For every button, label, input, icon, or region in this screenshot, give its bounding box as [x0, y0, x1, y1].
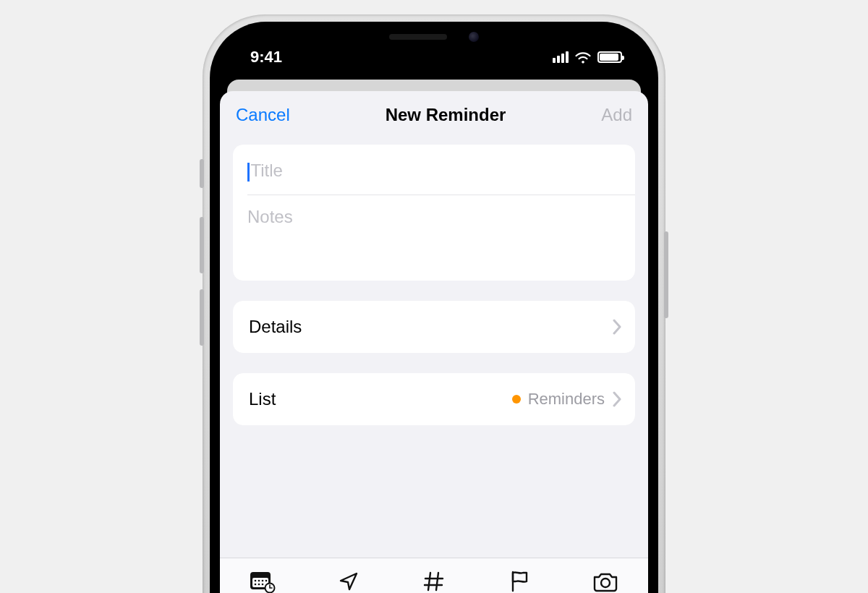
screen: 9:41 Cancel New Reminder Add — [220, 32, 648, 593]
text-cursor — [247, 163, 250, 182]
list-row[interactable]: List Reminders — [233, 373, 635, 425]
svg-point-3 — [258, 580, 260, 582]
svg-point-7 — [258, 584, 260, 586]
chevron-right-icon — [612, 391, 622, 407]
svg-point-6 — [255, 584, 257, 586]
side-button-power — [664, 231, 668, 318]
wifi-icon — [574, 51, 592, 64]
calendar-clock-icon[interactable] — [248, 568, 277, 593]
details-label: Details — [249, 317, 302, 337]
sheet-title: New Reminder — [386, 105, 506, 125]
list-value: Reminders — [528, 390, 605, 409]
add-button[interactable]: Add — [601, 105, 632, 125]
list-color-dot — [512, 395, 521, 404]
title-placeholder: Title — [251, 161, 283, 180]
notes-placeholder: Notes — [247, 207, 293, 226]
title-field[interactable]: Title — [233, 148, 635, 195]
svg-point-4 — [262, 580, 264, 582]
details-row[interactable]: Details — [233, 301, 635, 353]
status-time: 9:41 — [250, 48, 282, 67]
front-camera — [469, 32, 479, 42]
side-button-silent — [200, 159, 204, 188]
phone-bezel: 9:41 Cancel New Reminder Add — [210, 22, 658, 593]
speaker — [389, 34, 447, 40]
svg-point-8 — [262, 584, 264, 586]
camera-icon[interactable] — [591, 568, 620, 593]
chevron-right-icon — [612, 319, 622, 335]
notch — [340, 22, 528, 52]
svg-point-2 — [255, 580, 257, 582]
battery-icon — [597, 51, 622, 63]
quick-toolbar — [220, 558, 648, 593]
hashtag-icon[interactable] — [420, 568, 448, 593]
svg-point-11 — [601, 579, 610, 587]
cellular-signal-icon — [553, 51, 569, 63]
title-notes-card: Title Notes — [233, 145, 635, 281]
svg-point-5 — [265, 580, 268, 582]
list-label: List — [249, 389, 276, 409]
side-button-volume-up — [200, 217, 204, 273]
new-reminder-sheet: Cancel New Reminder Add Title Notes — [220, 91, 648, 593]
cancel-button[interactable]: Cancel — [236, 105, 290, 125]
phone-frame: 9:41 Cancel New Reminder Add — [203, 14, 665, 593]
side-button-volume-down — [200, 289, 204, 346]
notes-field[interactable]: Notes — [233, 195, 635, 278]
location-icon[interactable] — [334, 568, 363, 593]
flag-icon[interactable] — [505, 568, 534, 593]
sheet-navbar: Cancel New Reminder Add — [220, 91, 648, 139]
